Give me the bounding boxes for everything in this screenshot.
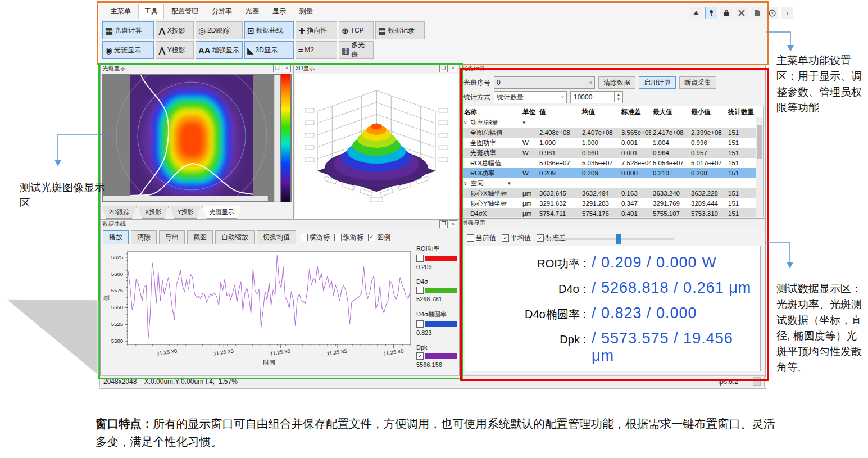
file-icon[interactable] xyxy=(751,7,763,19)
menu-item-光圈[interactable]: 光圈 xyxy=(239,4,265,19)
TCP-icon: ⊕ xyxy=(342,26,349,35)
tab-Y投影[interactable]: Y投影 xyxy=(170,206,201,219)
calc-button-启用计算[interactable]: 启用计算 xyxy=(639,76,676,89)
menu-item-分辨率[interactable]: 分辨率 xyxy=(206,4,238,19)
legend-checkbox[interactable] xyxy=(416,320,424,328)
calc-table: 名称单位值均值标准差最大值最小值统计数量∨功率/能量▼全图总幅值2.408e+0… xyxy=(462,106,764,217)
footer-text: 所有的显示窗口可自由组合并保存配置文件，方便调用，也可使用系统默认的配置管理功能… xyxy=(96,417,775,448)
spinner-arrows[interactable]: ▲▼ xyxy=(614,92,622,102)
legend-color-bar xyxy=(425,353,457,359)
data-curve-chart[interactable]: 55005525555055755600562511:25:2011:25:25… xyxy=(102,246,415,373)
checkbox-纵游标[interactable]: 纵游标 xyxy=(334,233,363,242)
checkbox-平均值[interactable]: ✓平均值 xyxy=(502,233,531,243)
float-icon[interactable]: ❐ xyxy=(273,65,281,72)
curve-button-播放[interactable]: 播放 xyxy=(103,230,129,244)
table-scrollbar[interactable] xyxy=(756,117,763,217)
toolbar-button-M2[interactable]: ≈M2 xyxy=(296,41,337,59)
toolbar-button-3D显示[interactable]: ◣3D显示 xyxy=(244,41,294,59)
toolbar-button-光斑计算[interactable]: ▦光斑计算 xyxy=(102,21,154,39)
close-icon[interactable]: × xyxy=(449,220,457,228)
close-icon[interactable]: × xyxy=(283,65,291,72)
toolbar-button-指向性[interactable]: ✚指向性 xyxy=(296,21,337,39)
stat-count-spinner[interactable]: 10000▲▼ xyxy=(570,91,623,103)
toolbar-button-增强显示[interactable]: AA增强显示 xyxy=(196,41,243,59)
float-icon[interactable]: ❐ xyxy=(439,220,448,228)
menu-item-配置管理[interactable]: 配置管理 xyxy=(165,4,204,19)
table-row[interactable]: ROI功率W0.2090.2090.0000.2100.208151 xyxy=(462,168,763,178)
curve-button-导出[interactable]: 导出 xyxy=(159,230,185,244)
vertical-scrollbar[interactable] xyxy=(274,75,280,202)
horizontal-scrollbar[interactable] xyxy=(103,196,268,201)
close-icon[interactable]: × xyxy=(449,65,457,72)
y-profile-curve xyxy=(137,75,169,200)
menu-item-主菜单[interactable]: 主菜单 xyxy=(104,4,137,19)
tab-X投影[interactable]: X投影 xyxy=(138,206,169,219)
help-icon[interactable]: ? xyxy=(766,7,778,19)
legend-color-bar xyxy=(425,288,457,293)
calc-button-清除数据[interactable]: 清除数据 xyxy=(598,76,635,89)
collapse-icon[interactable] xyxy=(690,7,702,19)
legend-bar-row xyxy=(416,320,457,328)
resize-grip[interactable] xyxy=(753,377,761,386)
row-cell: 0.209 xyxy=(580,170,620,176)
toolbar-button-TCP[interactable]: ⊕TCP xyxy=(339,21,374,39)
filter-icon[interactable]: ▼ xyxy=(507,181,512,186)
tab-2D跟踪[interactable]: 2D跟踪 xyxy=(102,206,137,219)
table-group-row-功率/能量[interactable]: ∨功率/能量▼ xyxy=(462,117,763,128)
toolbar-button-Y投影[interactable]: ⋀Y投影 xyxy=(156,41,194,59)
curve-button-清除[interactable]: 清除 xyxy=(131,230,157,244)
row-cell: 2.417e+08 xyxy=(651,129,689,136)
checkbox-横游标[interactable]: 横游标 xyxy=(301,233,330,242)
toolbar-button-label: 3D显示 xyxy=(256,46,278,55)
stat-mode-select[interactable]: 统计数量˅ xyxy=(494,91,567,103)
curve-button-切换均值[interactable]: 切换均值 xyxy=(257,230,296,244)
beam-heatmap-image[interactable] xyxy=(130,75,253,200)
legend-checkbox[interactable] xyxy=(416,255,424,262)
legend-checkbox[interactable]: ✓ xyxy=(416,352,424,360)
menu-item-测量[interactable]: 测量 xyxy=(293,4,319,19)
surface-3d-plot[interactable] xyxy=(295,74,458,219)
legend-checkbox[interactable] xyxy=(416,287,424,294)
checkbox-icon: ✓ xyxy=(368,234,375,241)
column-header: 值 xyxy=(538,108,580,116)
svg-text:11:25:35: 11:25:35 xyxy=(326,348,347,357)
expander-icon[interactable]: ∨ xyxy=(463,120,467,125)
pin-icon[interactable] xyxy=(705,7,717,19)
spot-index-select[interactable]: 0˅ xyxy=(494,76,595,89)
table-row[interactable]: ROI总幅值5.036e+075.035e+077.528e+045.054e+… xyxy=(462,158,763,168)
tab-光斑显示[interactable]: 光斑显示 xyxy=(202,206,242,219)
table-row[interactable]: D4σXμm5754.7115754.1760.4015755.1075753.… xyxy=(462,208,763,217)
checkbox-当前值[interactable]: 当前值 xyxy=(467,233,496,243)
menu-item-工具[interactable]: 工具 xyxy=(138,4,164,19)
slider-handle[interactable] xyxy=(616,234,621,244)
svg-text:11:25:40: 11:25:40 xyxy=(383,348,404,357)
checkbox-图例[interactable]: ✓图例 xyxy=(368,233,390,242)
toolbar-button-数据曲线[interactable]: ⊡数据曲线 xyxy=(244,21,294,39)
curve-button-截图[interactable]: 截图 xyxy=(187,230,213,244)
toolbar-button-label: 光斑计算 xyxy=(115,26,142,35)
table-row[interactable]: 全图总幅值2.408e+082.407e+083.565e+052.417e+0… xyxy=(462,128,763,138)
info-icon[interactable]: i xyxy=(781,7,793,19)
toolbar-button-2D跟踪[interactable]: ◎2D跟踪 xyxy=(196,21,243,39)
table-row[interactable]: 光斑功率W0.9610.9600.0010.9640.957151 xyxy=(462,148,763,158)
filter-icon[interactable]: ▼ xyxy=(522,120,526,125)
table-row[interactable]: 质心Y轴坐标μm3291.6323291.2830.3473291.769328… xyxy=(462,198,763,208)
curve-button-自动缩放[interactable]: 自动缩放 xyxy=(215,230,255,244)
toolbar-button-光斑显示[interactable]: ◉光斑显示 xyxy=(102,41,154,59)
table-group-row-空间[interactable]: ∨空间▼ xyxy=(462,178,763,188)
lock-icon[interactable] xyxy=(720,7,733,19)
readout-label: D4σ : xyxy=(465,283,586,296)
table-row[interactable]: 全图功率W1.0001.0000.0011.0040.996151 xyxy=(462,138,763,148)
menu-item-显示[interactable]: 显示 xyxy=(266,4,292,19)
cut-icon[interactable] xyxy=(735,7,748,19)
row-cell: 0.209 xyxy=(538,170,580,176)
expander-icon[interactable]: ∨ xyxy=(463,180,467,186)
checkbox-label: 纵游标 xyxy=(343,233,363,242)
toolbar-button-多光斑[interactable]: ▦多光斑 xyxy=(339,41,374,59)
toolbar-button-数据记录[interactable]: ▤数据记录 xyxy=(375,21,425,39)
readout-value: / 0.209 / 0.000 W xyxy=(592,254,760,271)
calc-button-断点采集[interactable]: 断点采集 xyxy=(679,76,716,89)
float-icon[interactable]: ❐ xyxy=(439,65,448,72)
table-row[interactable]: 质心X轴坐标μm3632.6453632.4940.1633633.240363… xyxy=(462,188,763,198)
toolbar-button-X投影[interactable]: ⋀X投影 xyxy=(156,21,194,39)
